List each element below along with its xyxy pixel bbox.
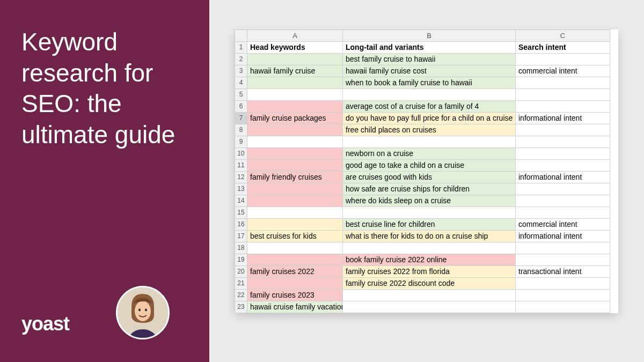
cell[interactable] xyxy=(516,242,610,254)
cell[interactable] xyxy=(516,101,610,113)
cell[interactable] xyxy=(247,183,343,195)
cell[interactable]: how safe are cruise ships for children xyxy=(343,183,516,195)
row-head[interactable]: 7 xyxy=(235,113,247,124)
cell[interactable] xyxy=(343,207,516,219)
row-head[interactable]: 23 xyxy=(235,301,247,313)
cell[interactable] xyxy=(247,136,343,148)
cell[interactable] xyxy=(247,195,343,207)
cell[interactable] xyxy=(516,183,610,195)
row-head[interactable]: 6 xyxy=(235,101,247,113)
cell[interactable]: hawaii cruise family vacations xyxy=(247,301,343,313)
row-head[interactable]: 3 xyxy=(235,65,247,77)
cell[interactable]: best cruise line for children xyxy=(343,219,516,231)
cell[interactable]: best cruises for kids xyxy=(247,231,343,242)
row-head[interactable]: 5 xyxy=(235,89,247,101)
avatar-icon xyxy=(118,287,168,338)
cell[interactable] xyxy=(247,101,343,113)
cell[interactable]: commercial intent xyxy=(516,219,610,231)
cell[interactable] xyxy=(247,242,343,254)
row-head[interactable]: 22 xyxy=(235,290,247,301)
cell[interactable]: family cruise packages xyxy=(247,113,343,124)
header-cell[interactable]: Search intent xyxy=(516,42,610,54)
cell[interactable]: free child places on cruises xyxy=(343,124,516,136)
cell[interactable]: what is there for kids to do on a cruise… xyxy=(343,231,516,242)
row-head[interactable]: 2 xyxy=(235,54,247,65)
row-head[interactable]: 12 xyxy=(235,172,247,183)
cell[interactable] xyxy=(343,290,516,301)
row-head[interactable]: 17 xyxy=(235,231,247,242)
row-head[interactable]: 21 xyxy=(235,278,247,290)
cell[interactable]: family cruises 2023 xyxy=(247,290,343,301)
row-head[interactable]: 8 xyxy=(235,124,247,136)
row-head[interactable]: 15 xyxy=(235,207,247,219)
header-cell[interactable]: Long-tail and variants xyxy=(343,42,516,54)
cell[interactable] xyxy=(516,148,610,160)
cell[interactable] xyxy=(247,77,343,89)
cell[interactable] xyxy=(516,136,610,148)
row-head[interactable]: 18 xyxy=(235,242,247,254)
col-head-a[interactable]: A xyxy=(247,29,343,42)
cell[interactable]: informational intent xyxy=(516,172,610,183)
cell[interactable] xyxy=(516,89,610,101)
row-head[interactable]: 20 xyxy=(235,266,247,278)
cell[interactable] xyxy=(516,77,610,89)
header-cell[interactable]: Head keywords xyxy=(247,42,343,54)
spreadsheet[interactable]: A B C 1Head keywordsLong-tail and varian… xyxy=(235,29,618,313)
row-head[interactable]: 13 xyxy=(235,183,247,195)
col-head-c[interactable]: C xyxy=(516,29,610,42)
cell[interactable]: commercial intent xyxy=(516,65,610,77)
cell[interactable] xyxy=(516,301,610,313)
cell[interactable] xyxy=(516,124,610,136)
cell[interactable]: family friendly cruises xyxy=(247,172,343,183)
select-all-corner[interactable] xyxy=(235,29,247,42)
row-head[interactable]: 1 xyxy=(235,42,247,54)
cell[interactable]: best family cruise to hawaii xyxy=(343,54,516,65)
cell[interactable]: transactional intent xyxy=(516,266,610,278)
cell[interactable]: good age to take a child on a cruise xyxy=(343,160,516,172)
cell[interactable] xyxy=(516,195,610,207)
cell[interactable]: newborn on a cruise xyxy=(343,148,516,160)
cell[interactable]: where do kids sleep on a cruise xyxy=(343,195,516,207)
cell[interactable]: informational intent xyxy=(516,231,610,242)
cell[interactable] xyxy=(247,207,343,219)
row-head[interactable]: 16 xyxy=(235,219,247,231)
cell[interactable] xyxy=(343,301,516,313)
row-head[interactable]: 4 xyxy=(235,77,247,89)
cell[interactable] xyxy=(247,219,343,231)
cell[interactable] xyxy=(247,254,343,266)
cell[interactable]: are cruises good with kids xyxy=(343,172,516,183)
cell[interactable]: book family cruise 2022 online xyxy=(343,254,516,266)
author-avatar xyxy=(116,286,170,339)
cell[interactable]: hawaii family cruise cost xyxy=(343,65,516,77)
cell[interactable] xyxy=(516,160,610,172)
cell[interactable]: family cruises 2022 xyxy=(247,266,343,278)
row-head[interactable]: 11 xyxy=(235,160,247,172)
cell[interactable] xyxy=(247,54,343,65)
cell[interactable]: average cost of a cruise for a family of… xyxy=(343,101,516,113)
cell[interactable] xyxy=(247,148,343,160)
cell[interactable] xyxy=(343,136,516,148)
svg-point-2 xyxy=(138,309,141,312)
cell[interactable] xyxy=(247,124,343,136)
cell[interactable] xyxy=(516,54,610,65)
cell[interactable]: when to book a family cruise to hawaii xyxy=(343,77,516,89)
cell[interactable]: family cruise 2022 discount code xyxy=(343,278,516,290)
cell[interactable]: do you have to pay full price for a chil… xyxy=(343,113,516,124)
cell[interactable]: hawaii family cruise xyxy=(247,65,343,77)
cell[interactable] xyxy=(343,89,516,101)
cell[interactable] xyxy=(343,242,516,254)
cell[interactable] xyxy=(516,290,610,301)
cell[interactable]: informational intent xyxy=(516,113,610,124)
cell[interactable] xyxy=(247,160,343,172)
col-head-b[interactable]: B xyxy=(343,29,516,42)
row-head[interactable]: 19 xyxy=(235,254,247,266)
cell[interactable] xyxy=(247,89,343,101)
row-head[interactable]: 10 xyxy=(235,148,247,160)
cell[interactable]: family cruises 2022 from florida xyxy=(343,266,516,278)
cell[interactable] xyxy=(516,207,610,219)
cell[interactable] xyxy=(247,278,343,290)
row-head[interactable]: 14 xyxy=(235,195,247,207)
cell[interactable] xyxy=(516,254,610,266)
cell[interactable] xyxy=(516,278,610,290)
row-head[interactable]: 9 xyxy=(235,136,247,148)
